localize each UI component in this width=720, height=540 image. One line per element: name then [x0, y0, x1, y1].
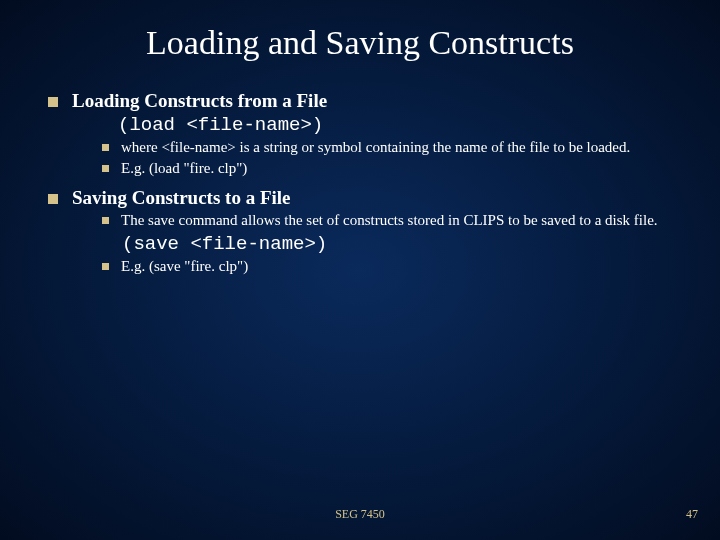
sub-text: The save command allows the set of const…	[121, 211, 658, 231]
square-bullet-icon	[102, 263, 109, 270]
sub-bullet: E.g. (save "fire. clp")	[102, 257, 672, 277]
square-bullet-icon	[102, 144, 109, 151]
sub-bullet: The save command allows the set of const…	[102, 211, 672, 231]
sub-text: E.g. (save "fire. clp")	[121, 257, 248, 277]
footer-course: SEG 7450	[0, 507, 720, 522]
slide: Loading and Saving Constructs Loading Co…	[0, 0, 720, 540]
sub-bullet: E.g. (load "fire. clp")	[102, 159, 672, 179]
slide-title: Loading and Saving Constructs	[48, 24, 672, 62]
square-bullet-icon	[48, 97, 58, 107]
sub-text: E.g. (load "fire. clp")	[121, 159, 247, 179]
square-bullet-icon	[102, 217, 109, 224]
code-save: (save <file-name>)	[122, 233, 672, 255]
heading-text: Loading Constructs from a File	[72, 90, 327, 112]
footer-page-number: 47	[686, 507, 698, 522]
bullet-loading-heading: Loading Constructs from a File	[48, 90, 672, 112]
square-bullet-icon	[102, 165, 109, 172]
sub-bullet: where <file-name> is a string or symbol …	[102, 138, 672, 158]
heading-text: Saving Constructs to a File	[72, 187, 291, 209]
sub-text: where <file-name> is a string or symbol …	[121, 138, 630, 158]
square-bullet-icon	[48, 194, 58, 204]
bullet-saving-heading: Saving Constructs to a File	[48, 187, 672, 209]
code-load: (load <file-name>)	[118, 114, 672, 136]
